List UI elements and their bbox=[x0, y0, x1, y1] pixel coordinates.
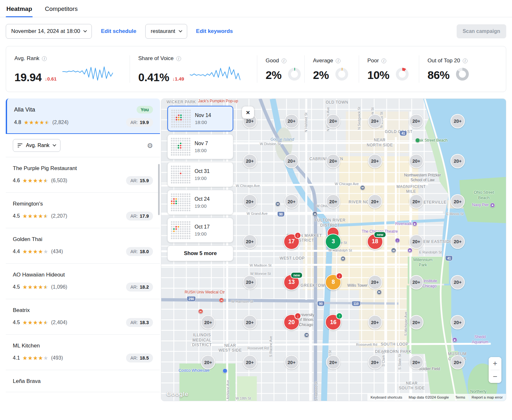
out-of-top20-donut-chart bbox=[456, 68, 469, 81]
map-pin[interactable]: 20+ bbox=[409, 355, 423, 369]
info-icon[interactable]: i bbox=[176, 56, 181, 61]
map-pin[interactable]: 20+ bbox=[451, 355, 465, 369]
tab-heatmap[interactable]: Heatmap bbox=[6, 5, 33, 17]
history-item[interactable]: Nov 1418:00 bbox=[167, 106, 233, 131]
list-item[interactable]: Golden Thai4.4★★★★★★★★★★(434)AR:18.0 bbox=[6, 228, 160, 264]
history-item[interactable]: Oct 1719:00 bbox=[167, 218, 233, 243]
terms-link[interactable]: Terms bbox=[455, 395, 465, 399]
map-pin[interactable]: 20+ bbox=[451, 154, 465, 168]
map-pin[interactable]: 20+ bbox=[243, 355, 257, 369]
map-pin[interactable]: 20+ bbox=[368, 275, 382, 289]
arrow-up-badge: ↑ bbox=[336, 313, 343, 319]
edit-schedule-link[interactable]: Edit schedule bbox=[101, 28, 136, 35]
map-pin[interactable]: 20+ bbox=[368, 114, 382, 128]
list-item[interactable]: Remington's4.5★★★★★★★★★★(2,207)AR:17.9 bbox=[6, 193, 160, 228]
history-item[interactable]: Oct 2419:00 bbox=[167, 190, 233, 215]
map-pin[interactable]: 20+ bbox=[201, 355, 215, 369]
map-pin[interactable]: 20+ bbox=[409, 234, 423, 249]
show-more-button[interactable]: Show 5 more bbox=[167, 245, 233, 261]
scan-campaign-button[interactable]: Scan campaign bbox=[457, 24, 506, 38]
map-pin[interactable]: 3 bbox=[325, 234, 341, 250]
info-icon[interactable]: i bbox=[42, 56, 47, 61]
history-item[interactable]: Oct 3119:00 bbox=[167, 162, 233, 187]
history-time: 19:00 bbox=[195, 203, 210, 209]
map-pin[interactable]: 20+ bbox=[409, 114, 423, 128]
map-canvas[interactable]: WICKER PARKJack's Pumpkin Pop-upOLD TOWN… bbox=[161, 98, 506, 401]
map-pin[interactable]: 20+ bbox=[451, 194, 465, 209]
history-item[interactable]: Nov 718:00 bbox=[167, 134, 233, 159]
you-badge: You bbox=[137, 106, 153, 113]
keyboard-shortcuts-link[interactable]: Keyboard shortcuts bbox=[371, 395, 402, 399]
list-scrollbar[interactable] bbox=[158, 164, 160, 215]
zoom-out-button[interactable]: − bbox=[489, 370, 501, 383]
map-pin[interactable]: 20+ bbox=[243, 154, 257, 168]
review-count: (1,096) bbox=[51, 284, 67, 290]
list-item[interactable]: Leña Brava bbox=[6, 370, 160, 392]
your-business-card[interactable]: Alla Vita You 4.8 ★★★★★★★★★★ (2,824) AR:… bbox=[6, 98, 160, 134]
list-item[interactable]: ML Kitchen4.1★★★★★★★★★★(493)AR:18.5 bbox=[6, 335, 160, 370]
edit-keywords-link[interactable]: Edit keywords bbox=[196, 28, 233, 35]
history-time: 19:00 bbox=[195, 175, 210, 181]
history-item-text: Nov 1418:00 bbox=[195, 113, 211, 125]
date-selector[interactable]: November 14, 2024 at 18:00 bbox=[6, 24, 92, 39]
map-pin[interactable]: 20+ bbox=[451, 275, 465, 289]
keyword-selector[interactable]: restaurant bbox=[145, 24, 187, 39]
map-pin[interactable]: 20+ bbox=[326, 154, 340, 168]
map-pin[interactable]: 20+ bbox=[409, 154, 423, 168]
map-pin[interactable]: 20+ bbox=[284, 355, 299, 369]
heatmap-thumbnail bbox=[171, 138, 191, 156]
map-pin[interactable]: 20+ bbox=[368, 194, 382, 209]
map-pin[interactable]: 20+ bbox=[326, 114, 340, 128]
map-pin[interactable]: 20+ bbox=[409, 275, 423, 289]
map-pin[interactable]: 20+ bbox=[368, 154, 382, 168]
map-pin[interactable]: 20+ bbox=[451, 114, 465, 128]
map-pin[interactable]: 18new bbox=[367, 234, 383, 250]
map-data-copyright: Map data ©2024 Google bbox=[409, 395, 449, 399]
list-item[interactable]: The Purple Pig Restaurant4.6★★★★★★★★★★(6… bbox=[6, 157, 160, 193]
gear-icon[interactable]: ⚙ bbox=[147, 142, 153, 149]
info-icon[interactable]: i bbox=[381, 58, 386, 63]
map-pin[interactable]: 20+ bbox=[451, 234, 465, 249]
tab-competitors[interactable]: Competitors bbox=[44, 5, 78, 17]
map-pin[interactable]: 20+ bbox=[451, 315, 465, 330]
history-panel: Nov 1418:00Nov 718:00Oct 3119:00Oct 2419… bbox=[167, 106, 233, 261]
zoom-in-button[interactable]: + bbox=[489, 357, 501, 370]
map-pin[interactable]: 20+ bbox=[368, 315, 382, 330]
map-pin[interactable]: 20+ bbox=[243, 275, 257, 289]
map-pin[interactable]: 20+ bbox=[201, 315, 215, 330]
map-pin[interactable]: 20+ bbox=[243, 194, 257, 209]
ar-label: AR: bbox=[130, 120, 138, 125]
map-pin[interactable]: 20+ bbox=[409, 194, 423, 209]
map-pin[interactable]: 13new bbox=[284, 274, 300, 290]
map-pin[interactable]: 20+ bbox=[409, 315, 423, 330]
sort-selector[interactable]: Avg. Rank bbox=[13, 139, 60, 152]
report-map-error-link[interactable]: Report a map error bbox=[472, 395, 503, 399]
average-donut-chart bbox=[335, 68, 348, 81]
info-icon[interactable]: i bbox=[463, 58, 468, 63]
map-pin[interactable]: 20+ bbox=[284, 194, 299, 209]
map-pin[interactable]: 8↓ bbox=[325, 274, 341, 290]
metro-icon: M bbox=[360, 185, 365, 190]
stat-average: Average i 2% bbox=[304, 55, 359, 83]
map-pin[interactable]: 20+ bbox=[284, 154, 299, 168]
map-pin[interactable]: 17↓ bbox=[284, 234, 300, 250]
map-pin[interactable]: 16↑ bbox=[325, 314, 341, 330]
main-content: Alla Vita You 4.8 ★★★★★★★★★★ (2,824) AR:… bbox=[0, 98, 512, 406]
attric-icon: ★ bbox=[490, 203, 495, 207]
list-item[interactable]: AO Hawaiian Hideout4.5★★★★★★★★★★(1,096)A… bbox=[6, 264, 160, 299]
map-pin[interactable]: 20+ bbox=[326, 355, 340, 369]
review-count: (434) bbox=[51, 249, 63, 254]
close-icon[interactable]: × bbox=[242, 106, 254, 119]
info-icon[interactable]: i bbox=[336, 58, 340, 63]
map-pin[interactable]: 20+ bbox=[243, 234, 257, 249]
history-item-text: Nov 718:00 bbox=[195, 141, 208, 153]
good-donut-chart bbox=[288, 68, 301, 81]
map-pin[interactable]: 20+ bbox=[368, 355, 382, 369]
map-pin[interactable]: 20+ bbox=[326, 194, 340, 209]
map-pin[interactable]: 20+ bbox=[284, 114, 299, 128]
map-pin[interactable]: 20↓ bbox=[284, 314, 300, 330]
list-item[interactable]: Beatrix4.5★★★★★★★★★★(2,404)AR:18.3 bbox=[6, 299, 160, 335]
info-icon[interactable]: i bbox=[282, 58, 286, 63]
map-pin[interactable]: 20+ bbox=[243, 315, 257, 330]
history-item-text: Oct 3119:00 bbox=[195, 168, 210, 181]
